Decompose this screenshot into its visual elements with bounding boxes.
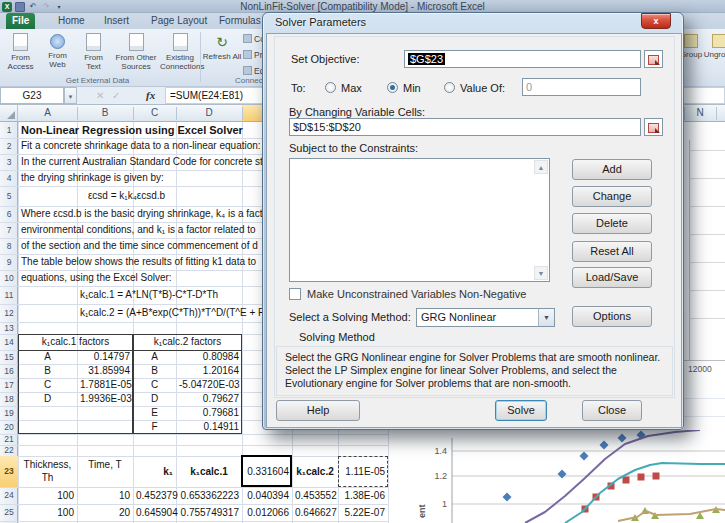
chevron-down-icon[interactable]: ▼ xyxy=(538,309,554,326)
row-header[interactable]: 1 xyxy=(0,122,18,138)
non-negative-checkbox[interactable] xyxy=(289,288,301,300)
row-header[interactable]: 10 xyxy=(0,270,18,286)
row-header[interactable]: 6 xyxy=(0,206,18,222)
cell[interactable]: 10 xyxy=(78,487,130,504)
cell[interactable]: environmental conditions, and k₁ is a fa… xyxy=(19,222,256,238)
row-header[interactable]: 21 xyxy=(0,434,18,445)
col-header-C[interactable]: C xyxy=(133,105,176,121)
changing-cells-range-picker-icon[interactable] xyxy=(644,118,663,136)
col-header-N[interactable]: N xyxy=(684,105,716,121)
non-negative-checkbox-label[interactable]: Make Unconstrained Variables Non-Negativ… xyxy=(307,288,526,300)
value-of-input[interactable]: 0 xyxy=(522,78,641,96)
col-header-D[interactable]: D xyxy=(176,105,242,121)
col-header-A[interactable]: A xyxy=(18,105,77,121)
cell[interactable]: 0.040394 xyxy=(243,487,289,504)
row-header[interactable]: 3 xyxy=(0,154,18,170)
row-header[interactable]: 19 xyxy=(0,406,18,420)
cell[interactable]: k₁calc.1 xyxy=(177,456,239,487)
row-header[interactable]: 20 xyxy=(0,420,18,434)
radio-max[interactable] xyxy=(325,82,336,93)
from-web-button[interactable]: From Web xyxy=(40,32,75,76)
row-header[interactable]: 14 xyxy=(0,334,18,350)
solving-method-dropdown[interactable]: GRG Nonlinear ▼ xyxy=(416,308,555,327)
reset-all-button[interactable]: Reset All xyxy=(572,241,652,262)
cell[interactable]: Fit a concrete shrinkage data to a non-l… xyxy=(19,138,261,154)
cell[interactable]: k₁calc.2 xyxy=(293,456,335,487)
existing-connections-button[interactable]: Existing Connections xyxy=(160,32,200,76)
cell[interactable]: εcsd = k₁k₄εcsd.b xyxy=(78,186,173,206)
tab-insert[interactable]: Insert xyxy=(98,13,135,29)
select-all-corner[interactable] xyxy=(0,105,18,121)
cell[interactable]: 20 xyxy=(78,504,130,521)
row-header[interactable]: 16 xyxy=(0,364,18,378)
tab-home[interactable]: Home xyxy=(52,13,91,29)
row-header[interactable]: 17 xyxy=(0,378,18,392)
row-header[interactable]: 12 xyxy=(0,304,18,322)
solve-button[interactable]: Solve xyxy=(495,400,547,421)
row-header[interactable]: 18 xyxy=(0,392,18,406)
options-button[interactable]: Options xyxy=(572,306,652,327)
radio-max-label[interactable]: Max xyxy=(341,82,362,94)
radio-value-of[interactable] xyxy=(444,82,455,93)
cell[interactable]: 0.452379 xyxy=(134,487,173,504)
cell[interactable]: 0.646627 xyxy=(293,504,335,521)
delete-button[interactable]: Delete xyxy=(572,213,652,234)
objective-input[interactable]: $G$23 xyxy=(404,50,641,68)
row-header[interactable]: 11 xyxy=(0,286,18,304)
cell[interactable]: 0.012066 xyxy=(243,504,289,521)
changing-cells-input[interactable]: $D$15:$D$20 xyxy=(289,118,641,136)
row-header[interactable]: 24 xyxy=(0,487,18,504)
radio-value-of-label[interactable]: Value Of: xyxy=(460,82,505,94)
objective-range-picker-icon[interactable] xyxy=(644,50,663,68)
insert-function-icon[interactable]: fx xyxy=(146,87,155,104)
scroll-down-icon[interactable]: ▼ xyxy=(534,266,548,280)
cell[interactable]: 0.645904 xyxy=(134,504,173,521)
col-header-B[interactable]: B xyxy=(77,105,133,121)
name-box-dropdown-icon[interactable]: ▾ xyxy=(64,87,77,104)
cell[interactable]: equations, using the Excel Solver: xyxy=(19,270,172,286)
dialog-close-button[interactable]: x xyxy=(641,13,671,29)
cell[interactable]: 1.38E-06 xyxy=(339,487,385,504)
change-button[interactable]: Change xyxy=(572,186,652,207)
name-box[interactable]: G23 xyxy=(0,87,64,104)
ungroup-button[interactable]: Ungroup xyxy=(702,32,725,59)
embedded-chart[interactable]: 1.41.21ent xyxy=(389,430,725,523)
from-access-button[interactable]: From Access xyxy=(2,32,39,76)
tab-page-layout[interactable]: Page Layout xyxy=(145,13,213,29)
cell[interactable]: of the section and the time since commen… xyxy=(19,238,258,254)
row-header[interactable]: 15 xyxy=(0,350,18,364)
cell[interactable]: 0.755749317 xyxy=(177,504,239,521)
help-button[interactable]: Help xyxy=(276,400,360,421)
row-header[interactable]: 8 xyxy=(0,238,18,254)
scroll-up-icon[interactable]: ▲ xyxy=(534,160,548,174)
col-header-E-highlighted-sliver[interactable] xyxy=(242,105,262,121)
cell[interactable]: 100 xyxy=(19,504,74,521)
cell[interactable]: Time, T xyxy=(78,456,130,485)
cell[interactable]: k₁calc.1 = A*LN(T*B)-C*T-D*Th xyxy=(78,286,218,304)
cell[interactable]: Non-Linear Regression using Excel Solver xyxy=(19,122,243,138)
from-other-sources-button[interactable]: From Other Sources xyxy=(112,32,160,76)
from-text-button[interactable]: From Text xyxy=(76,32,111,76)
cell[interactable]: Thickness, Th xyxy=(19,456,74,485)
cell[interactable]: k₁calc.2 = (A+B*exp(C*Th))*T^D/(T^E + F … xyxy=(78,304,271,322)
cell[interactable]: Where εcsd.b is the basic drying shrinka… xyxy=(19,206,271,222)
add-button[interactable]: Add xyxy=(572,159,652,180)
row-header[interactable]: 2 xyxy=(0,138,18,154)
cell[interactable]: k₁ xyxy=(134,456,173,487)
row-header[interactable]: 9 xyxy=(0,254,18,270)
cell[interactable]: In the current Australian Standard Code … xyxy=(19,154,263,170)
dialog-close-action-button[interactable]: Close xyxy=(582,400,642,421)
row-header[interactable]: 13 xyxy=(0,322,18,334)
row-header[interactable]: 22 xyxy=(0,445,18,456)
refresh-all-button[interactable]: ↻ Refresh All xyxy=(202,32,242,76)
cell[interactable]: 0.653362223 xyxy=(177,487,239,504)
cell[interactable]: 0.453552 xyxy=(293,487,335,504)
row-header[interactable]: 5 xyxy=(0,186,18,206)
row-header[interactable]: 7 xyxy=(0,222,18,238)
cell[interactable]: the drying shrinkage is given by: xyxy=(19,170,164,186)
tab-formulas[interactable]: Formulas xyxy=(213,13,267,29)
row-header[interactable]: 4 xyxy=(0,170,18,186)
cell[interactable]: 100 xyxy=(19,487,74,504)
row-header[interactable]: 25 xyxy=(0,504,18,521)
constraints-listbox[interactable]: ▲ ▼ xyxy=(289,158,550,282)
